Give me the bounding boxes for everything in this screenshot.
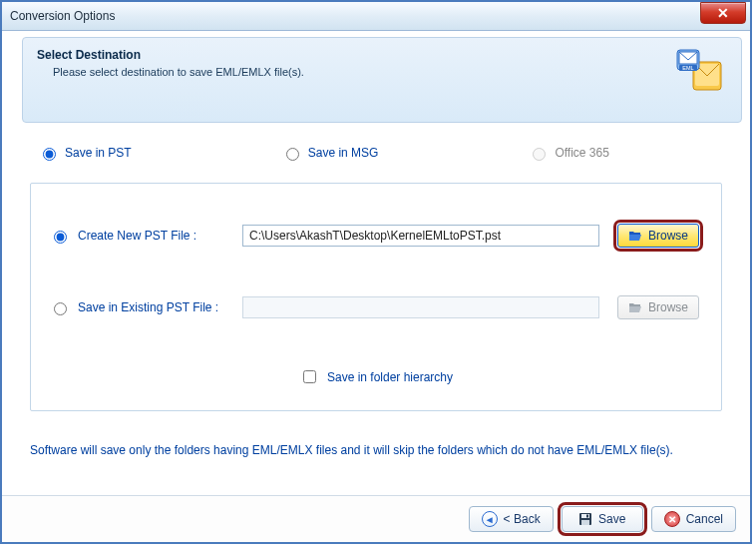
- back-button-label: < Back: [504, 512, 541, 526]
- create-new-pst-path-input[interactable]: [242, 225, 599, 247]
- radio-create-new-pst-input[interactable]: [54, 231, 67, 244]
- browse-existing-pst-button: Browse: [617, 295, 699, 319]
- svg-rect-9: [586, 515, 588, 518]
- radio-create-new-pst[interactable]: Create New PST File :: [49, 228, 228, 244]
- radio-office-365: Office 365: [528, 145, 608, 161]
- create-new-pst-row: Create New PST File : Browse: [49, 224, 703, 248]
- hierarchy-row: Save in folder hierarchy: [49, 367, 703, 386]
- save-button[interactable]: Save: [562, 506, 643, 532]
- svg-text:EML: EML: [682, 65, 693, 71]
- header-subtitle: Please select destination to save EML/EM…: [53, 66, 304, 78]
- titlebar: Conversion Options ✕: [2, 2, 750, 31]
- eml-folder-icon: EML: [675, 46, 723, 94]
- save-button-label: Save: [598, 512, 625, 526]
- radio-save-existing-pst[interactable]: Save in Existing PST File :: [49, 299, 228, 315]
- radio-save-existing-pst-label: Save in Existing PST File :: [78, 300, 218, 314]
- save-existing-pst-row: Save in Existing PST File : Browse: [49, 295, 703, 319]
- header-title: Select Destination: [37, 48, 304, 62]
- browse-new-wrap: Browse: [613, 224, 703, 248]
- header-panel: Select Destination Please select destina…: [22, 37, 742, 123]
- arrow-left-icon: ◄: [482, 511, 498, 527]
- browse-existing-label: Browse: [648, 300, 688, 314]
- folder-open-disabled-icon: [628, 301, 642, 313]
- radio-save-in-msg[interactable]: Save in MSG: [281, 145, 379, 161]
- checkbox-save-in-folder-hierarchy[interactable]: Save in folder hierarchy: [299, 367, 453, 386]
- pst-options-group: Create New PST File : Browse: [30, 183, 722, 411]
- checkbox-hierarchy-label: Save in folder hierarchy: [327, 370, 453, 384]
- radio-office-365-label: Office 365: [555, 146, 608, 160]
- close-window-button[interactable]: ✕: [700, 2, 746, 24]
- folder-open-icon: [628, 230, 642, 242]
- radio-office-365-input: [533, 148, 546, 161]
- conversion-options-window: Conversion Options ✕ Select Destination …: [0, 0, 752, 544]
- format-radio-row: Save in PST Save in MSG Office 365: [38, 145, 722, 161]
- radio-create-new-pst-label: Create New PST File :: [78, 229, 196, 243]
- radio-save-in-msg-label: Save in MSG: [308, 146, 379, 160]
- info-text: Software will save only the folders havi…: [30, 443, 722, 457]
- cancel-x-icon: ✕: [664, 511, 680, 527]
- radio-save-in-pst-label: Save in PST: [65, 146, 132, 160]
- radio-save-in-pst-input[interactable]: [43, 148, 56, 161]
- radio-save-existing-pst-input[interactable]: [54, 302, 67, 315]
- floppy-disk-icon: [578, 512, 592, 526]
- checkbox-hierarchy-input[interactable]: [303, 370, 316, 383]
- window-title: Conversion Options: [10, 9, 115, 23]
- radio-save-in-msg-input[interactable]: [286, 148, 299, 161]
- cancel-button-label: Cancel: [686, 512, 723, 526]
- radio-save-in-pst[interactable]: Save in PST: [38, 145, 132, 161]
- save-existing-pst-path-input: [242, 296, 599, 318]
- body-area: Save in PST Save in MSG Office 365 Creat…: [2, 127, 750, 495]
- browse-new-pst-button[interactable]: Browse: [617, 224, 699, 248]
- cancel-button[interactable]: ✕ Cancel: [651, 506, 736, 532]
- svg-rect-8: [581, 520, 589, 525]
- back-button[interactable]: ◄ < Back: [469, 506, 554, 532]
- header-text-block: Select Destination Please select destina…: [37, 48, 304, 78]
- close-icon: ✕: [717, 5, 729, 21]
- footer-bar: ◄ < Back Save ✕ Cancel: [2, 495, 750, 542]
- browse-existing-wrap: Browse: [613, 295, 703, 319]
- browse-new-label: Browse: [648, 229, 688, 243]
